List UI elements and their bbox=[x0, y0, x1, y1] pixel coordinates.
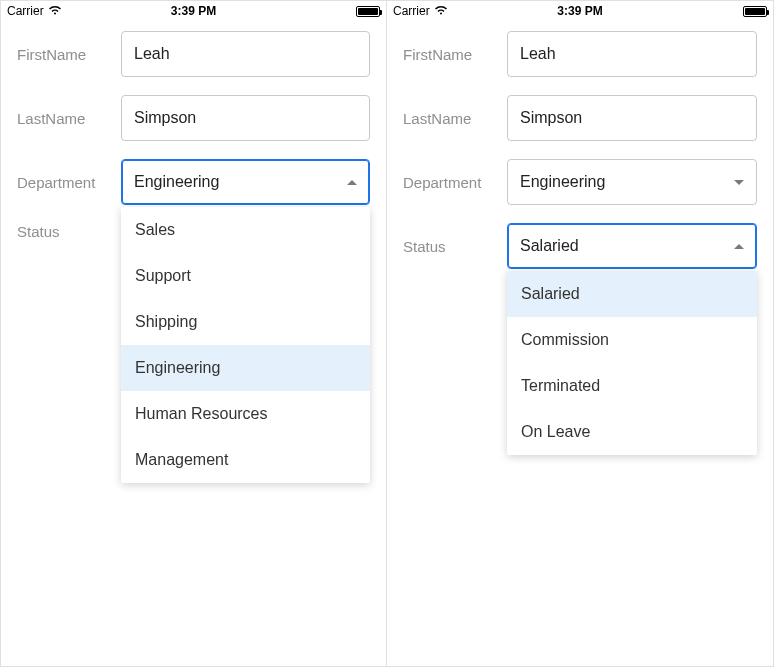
ios-status-bar: Carrier 3:39 PM bbox=[1, 1, 386, 21]
status-label: Status bbox=[403, 238, 507, 255]
department-label: Department bbox=[403, 174, 507, 191]
firstname-label: FirstName bbox=[17, 46, 121, 63]
status-option-onleave[interactable]: On Leave bbox=[507, 409, 757, 455]
status-dropdown: Salaried Commission Terminated On Leave bbox=[507, 271, 757, 455]
status-label: Status bbox=[17, 223, 121, 240]
department-option-management[interactable]: Management bbox=[121, 437, 370, 483]
firstname-input[interactable]: Leah bbox=[121, 31, 370, 77]
row-lastname: LastName Simpson bbox=[17, 95, 370, 141]
department-label: Department bbox=[17, 174, 121, 191]
chevron-down-icon bbox=[734, 180, 744, 185]
firstname-value: Leah bbox=[134, 45, 170, 63]
status-selected-value: Salaried bbox=[520, 237, 579, 255]
department-selected-value: Engineering bbox=[520, 173, 605, 191]
carrier-text: Carrier bbox=[7, 4, 44, 18]
department-selected-value: Engineering bbox=[134, 173, 219, 191]
battery-icon bbox=[743, 6, 767, 17]
row-department: Department Engineering bbox=[403, 159, 757, 205]
lastname-value: Simpson bbox=[134, 109, 196, 127]
lastname-input[interactable]: Simpson bbox=[121, 95, 370, 141]
department-option-support[interactable]: Support bbox=[121, 253, 370, 299]
chevron-up-icon bbox=[734, 244, 744, 249]
department-option-shipping[interactable]: Shipping bbox=[121, 299, 370, 345]
status-option-terminated[interactable]: Terminated bbox=[507, 363, 757, 409]
lastname-value: Simpson bbox=[520, 109, 582, 127]
form: FirstName Leah LastName Simpson Departme… bbox=[1, 21, 386, 240]
department-option-hr[interactable]: Human Resources bbox=[121, 391, 370, 437]
department-dropdown: Sales Support Shipping Engineering Human… bbox=[121, 207, 370, 483]
device-left: Carrier 3:39 PM FirstName Leah La bbox=[1, 1, 387, 666]
lastname-label: LastName bbox=[403, 110, 507, 127]
lastname-input[interactable]: Simpson bbox=[507, 95, 757, 141]
department-option-sales[interactable]: Sales bbox=[121, 207, 370, 253]
battery-icon bbox=[356, 6, 380, 17]
lastname-label: LastName bbox=[17, 110, 121, 127]
status-select[interactable]: Salaried bbox=[507, 223, 757, 269]
status-option-commission[interactable]: Commission bbox=[507, 317, 757, 363]
row-department: Department Engineering Sales Support Shi… bbox=[17, 159, 370, 205]
wifi-icon bbox=[48, 4, 62, 18]
department-select[interactable]: Engineering bbox=[507, 159, 757, 205]
ios-status-bar: Carrier 3:39 PM bbox=[387, 1, 773, 21]
row-lastname: LastName Simpson bbox=[403, 95, 757, 141]
firstname-input[interactable]: Leah bbox=[507, 31, 757, 77]
row-firstname: FirstName Leah bbox=[17, 31, 370, 77]
wifi-icon bbox=[434, 4, 448, 18]
status-option-salaried[interactable]: Salaried bbox=[507, 271, 757, 317]
form: FirstName Leah LastName Simpson Departme… bbox=[387, 21, 773, 269]
device-right: Carrier 3:39 PM FirstName Leah La bbox=[387, 1, 773, 666]
row-firstname: FirstName Leah bbox=[403, 31, 757, 77]
carrier-text: Carrier bbox=[393, 4, 430, 18]
firstname-value: Leah bbox=[520, 45, 556, 63]
dual-device-stage: Carrier 3:39 PM FirstName Leah La bbox=[0, 0, 774, 667]
department-select[interactable]: Engineering bbox=[121, 159, 370, 205]
row-status: Status Salaried Salaried Commission Term… bbox=[403, 223, 757, 269]
firstname-label: FirstName bbox=[403, 46, 507, 63]
chevron-up-icon bbox=[347, 180, 357, 185]
department-option-engineering[interactable]: Engineering bbox=[121, 345, 370, 391]
